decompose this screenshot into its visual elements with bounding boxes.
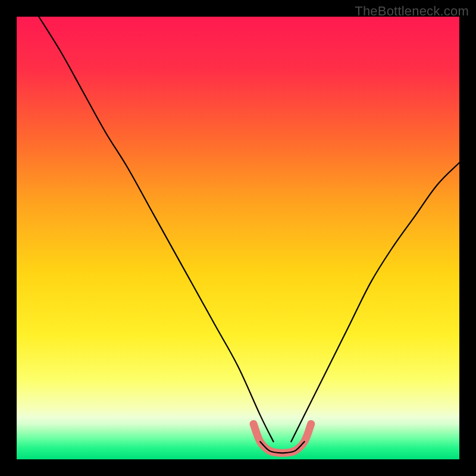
- chart-frame: TheBottleneck.com: [0, 0, 476, 476]
- watermark-text: TheBottleneck.com: [355, 4, 469, 19]
- plot-area: [17, 17, 459, 459]
- bottleneck-curve: [17, 17, 459, 459]
- curve-right-branch: [291, 163, 459, 442]
- curve-left-branch: [39, 17, 273, 441]
- optimum-highlight: [253, 424, 311, 453]
